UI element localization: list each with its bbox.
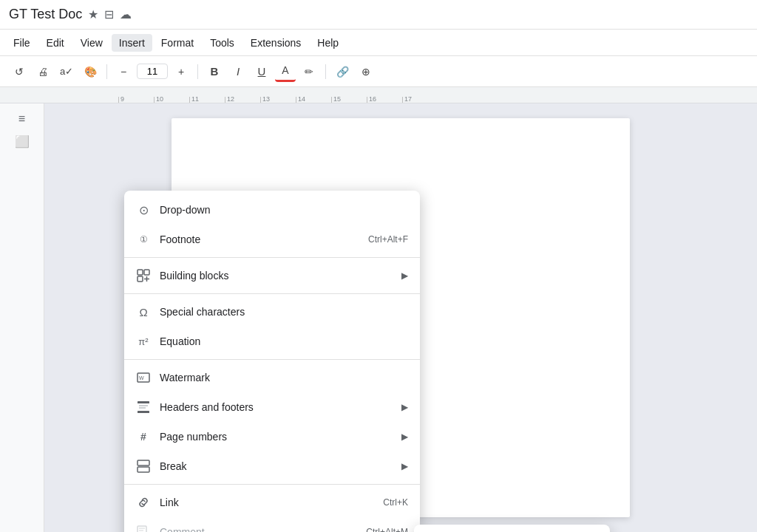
building-blocks-arrow: ▶ (401, 270, 408, 281)
separator-1 (124, 257, 420, 258)
spell-check-button[interactable]: a✓ (56, 61, 77, 82)
font-size-decrease-button[interactable]: − (113, 61, 134, 82)
footnote-icon: ① (136, 232, 151, 247)
comment-icon (136, 525, 151, 532)
break-label: Break (160, 460, 393, 472)
dropdown-icon: ⊙ (136, 202, 151, 217)
equation-label: Equation (160, 335, 408, 347)
svg-text:W: W (139, 375, 144, 381)
ruler-tick: 13 (260, 97, 296, 103)
building-blocks-popup: 1 2 3 (414, 525, 610, 532)
ruler-tick: 10 (154, 97, 189, 103)
history-icon: ⊟ (104, 7, 114, 21)
menu-insert[interactable]: Insert (112, 34, 152, 52)
headers-footers-label: Headers and footers (160, 401, 393, 413)
ruler-tick: 14 (296, 97, 331, 103)
sidebar-nav-icon[interactable]: ⬜ (12, 132, 33, 151)
separator-4 (124, 484, 420, 485)
menu-file[interactable]: File (6, 34, 38, 52)
insert-building-blocks-item[interactable]: Building blocks ▶ (124, 261, 420, 290)
svg-rect-12 (138, 467, 149, 472)
italic-button[interactable]: I (228, 61, 248, 82)
insert-equation-item[interactable]: π² Equation (124, 327, 420, 356)
paint-format-button[interactable]: 🎨 (80, 61, 101, 82)
insert-dropdown-item[interactable]: ⊙ Drop-down (124, 195, 420, 225)
undo-button[interactable]: ↺ (9, 61, 30, 82)
ruler-tick: 15 (331, 97, 367, 103)
separator-2 (124, 293, 420, 294)
svg-rect-11 (138, 460, 149, 466)
title-bar: GT Test Doc ★ ⊟ ☁ (0, 0, 757, 30)
insert-break-item[interactable]: Break ▶ (124, 451, 420, 481)
footnote-shortcut: Ctrl+Alt+F (368, 234, 408, 245)
print-button[interactable]: 🖨 (33, 61, 53, 82)
ruler-tick: 16 (367, 97, 402, 103)
insert-watermark-item[interactable]: W Watermark (124, 363, 420, 392)
building-blocks-icon (136, 268, 151, 283)
page-numbers-arrow: ▶ (401, 432, 408, 442)
toolbar-separator-1 (106, 64, 107, 79)
font-size-increase-button[interactable]: + (171, 61, 191, 82)
link-label: Link (160, 497, 374, 508)
building-blocks-label: Building blocks (160, 270, 393, 282)
ruler: 9 10 11 12 13 14 15 16 17 (0, 87, 757, 103)
dropdown-label: Drop-down (160, 204, 408, 216)
ruler-tick: 17 (402, 97, 438, 103)
page-numbers-icon: # (136, 429, 151, 444)
svg-rect-2 (138, 276, 143, 282)
cloud-icon: ☁ (120, 7, 132, 21)
ruler-tick: 9 (118, 97, 154, 103)
sidebar-outline-icon[interactable]: ≡ (16, 109, 28, 129)
svg-rect-7 (138, 401, 149, 403)
headers-footers-icon (136, 400, 151, 415)
font-size-input[interactable]: 11 (137, 64, 168, 79)
svg-rect-8 (138, 411, 149, 413)
menu-bar: File Edit View Insert Format Tools Exten… (0, 30, 757, 56)
equation-icon: π² (136, 334, 151, 349)
svg-rect-1 (144, 270, 149, 275)
separator-3 (124, 359, 420, 360)
insert-page-numbers-item[interactable]: # Page numbers ▶ (124, 422, 420, 451)
font-color-button[interactable]: A (275, 61, 296, 82)
special-chars-icon: Ω (136, 304, 151, 319)
underline-button[interactable]: U (251, 61, 272, 82)
ruler-tick: 12 (225, 97, 260, 103)
svg-rect-0 (138, 270, 143, 275)
toolbar-separator-3 (325, 64, 326, 79)
comment-label: Comment (160, 526, 357, 532)
star-icon[interactable]: ★ (88, 7, 98, 21)
headers-footers-arrow: ▶ (401, 402, 408, 412)
menu-extensions[interactable]: Extensions (243, 34, 308, 52)
link-button[interactable]: 🔗 (332, 61, 353, 82)
insert-headers-footers-item[interactable]: Headers and footers ▶ (124, 392, 420, 422)
watermark-icon: W (136, 370, 151, 385)
page-numbers-label: Page numbers (160, 431, 393, 443)
add-comment-toolbar-button[interactable]: ⊕ (356, 61, 376, 82)
insert-comment-item[interactable]: Comment Ctrl+Alt+M (124, 517, 420, 532)
bold-button[interactable]: B (204, 61, 225, 82)
menu-format[interactable]: Format (154, 34, 201, 52)
watermark-label: Watermark (160, 372, 408, 383)
insert-dropdown-menu: ⊙ Drop-down ① Footnote Ctrl+Alt+F Buildi… (124, 191, 420, 532)
special-chars-label: Special characters (160, 306, 408, 318)
insert-link-item[interactable]: Link Ctrl+K (124, 488, 420, 517)
menu-tools[interactable]: Tools (203, 34, 242, 52)
sidebar: ≡ ⬜ (0, 103, 44, 532)
document-title[interactable]: GT Test Doc (9, 7, 82, 22)
main-area: ≡ ⬜ ⊙ Drop-down ① Footnote Ctrl+Alt+F (0, 103, 757, 532)
svg-rect-13 (138, 526, 146, 532)
insert-special-chars-item[interactable]: Ω Special characters (124, 297, 420, 327)
toolbar: ↺ 🖨 a✓ 🎨 − 11 + B I U A ✏ 🔗 ⊕ (0, 56, 757, 87)
comment-shortcut: Ctrl+Alt+M (366, 527, 408, 532)
menu-view[interactable]: View (73, 34, 110, 52)
footnote-label: Footnote (160, 233, 359, 245)
menu-help[interactable]: Help (310, 34, 346, 52)
highlight-button[interactable]: ✏ (299, 61, 319, 82)
break-icon (136, 459, 151, 474)
menu-edit[interactable]: Edit (39, 34, 72, 52)
break-arrow: ▶ (401, 461, 408, 471)
link-shortcut: Ctrl+K (383, 497, 408, 508)
toolbar-separator-2 (197, 64, 198, 79)
link-icon (136, 495, 151, 510)
insert-footnote-item[interactable]: ① Footnote Ctrl+Alt+F (124, 225, 420, 254)
